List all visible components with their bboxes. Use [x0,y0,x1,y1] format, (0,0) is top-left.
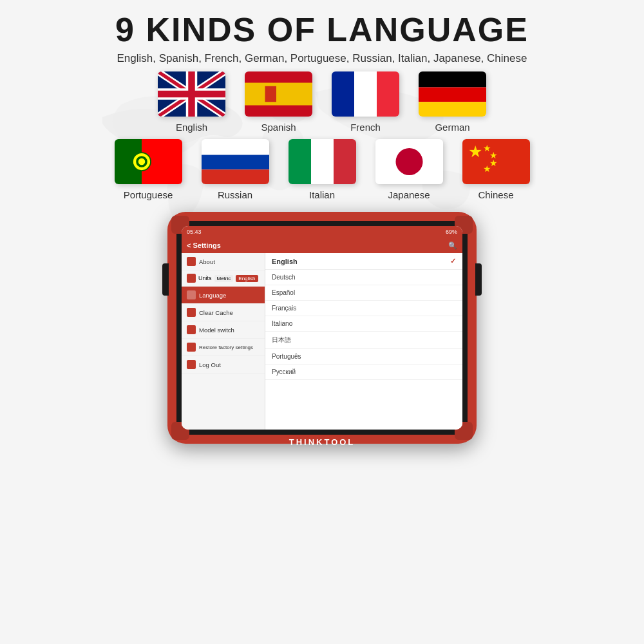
flag-item-english[interactable]: English [158,71,225,133]
language-list-item[interactable]: Русский [265,365,462,380]
flag-item-chinese[interactable]: ★ ★ ★ ★ ★ Chinese [462,139,530,200]
flag-label-chinese: Chinese [478,189,513,200]
sidebar-model-switch[interactable]: Model switch [182,321,265,339]
sidebar-units[interactable]: Units Metric English [182,270,265,287]
svg-point-22 [138,158,145,166]
svg-rect-17 [419,102,486,117]
units-icon [187,274,196,283]
svg-rect-13 [354,71,377,117]
settings-sidebar: About Units Metric English Language [182,253,265,430]
svg-rect-11 [265,86,277,102]
model-switch-icon [187,325,196,334]
logout-icon [187,360,196,369]
language-list-item[interactable]: Español [265,285,462,301]
sidebar-about[interactable]: About [182,253,265,270]
svg-rect-26 [289,139,311,184]
flag-item-japanese[interactable]: Japanese [375,139,443,200]
flag-label-italian: Italian [309,189,335,200]
language-list-item[interactable]: 日本語 [265,332,462,349]
language-icon [187,290,196,299]
language-list-item[interactable]: Français [265,301,462,316]
restore-icon [187,343,196,352]
svg-rect-25 [202,169,269,184]
brand-label: THINKTOOL [176,435,468,450]
flag-label-portuguese: Portuguese [124,189,173,200]
battery-indicator: 69% [446,229,457,235]
main-title: 9 KINDS OF LANGUAGE [0,12,644,48]
flag-item-french[interactable]: French [332,71,399,133]
flag-label-english: English [176,122,207,133]
back-button[interactable]: < Settings [187,242,221,249]
metric-btn[interactable]: Metric [214,275,234,282]
flag-label-spanish: Spanish [261,122,296,133]
svg-rect-23 [202,139,269,155]
svg-text:★: ★ [468,143,482,160]
svg-rect-24 [202,155,269,170]
flag-label-french: French [350,122,381,133]
clear-cache-icon [187,308,196,317]
english-btn[interactable]: English [236,275,258,282]
flag-item-portuguese[interactable]: Portuguese [115,139,182,200]
language-list-item[interactable]: Italiano [265,316,462,332]
language-list-item[interactable]: Português [265,349,462,365]
sidebar-language[interactable]: Language [182,287,265,304]
flag-label-german: German [435,122,469,133]
flag-item-spanish[interactable]: Spanish [245,71,312,133]
sidebar-clear-cache[interactable]: Clear Cache [182,304,265,321]
svg-point-30 [395,148,422,175]
svg-rect-27 [311,139,334,184]
flag-item-german[interactable]: German [419,71,486,133]
top-bar: < Settings 🔍 [182,238,462,253]
svg-rect-10 [245,83,312,106]
sidebar-logout[interactable]: Log Out [182,356,265,374]
svg-text:★: ★ [482,164,491,174]
tablet-device: 05:43 69% < Settings 🔍 About [167,212,477,444]
flag-item-russian[interactable]: Russian [202,139,269,200]
time-display: 05:43 [187,229,202,235]
svg-rect-15 [419,71,486,88]
search-icon[interactable]: 🔍 [448,242,457,250]
flag-item-italian[interactable]: Italian [289,139,356,200]
language-list-item[interactable]: Deutsch [265,270,462,285]
status-bar: 05:43 69% [182,226,462,238]
flag-label-russian: Russian [218,189,252,200]
flag-label-japanese: Japanese [388,189,430,200]
sidebar-restore-factory[interactable]: Restore factory settings [182,339,265,356]
subtitle: English, Spanish, French, German, Portug… [0,52,644,65]
svg-rect-14 [377,71,399,117]
language-content: English ✓ DeutschEspañolFrançaisItaliano… [265,253,462,430]
svg-rect-12 [332,71,354,117]
svg-rect-16 [419,88,486,102]
selected-language-header: English ✓ [265,253,462,270]
svg-rect-28 [334,139,356,184]
about-icon [187,257,196,266]
